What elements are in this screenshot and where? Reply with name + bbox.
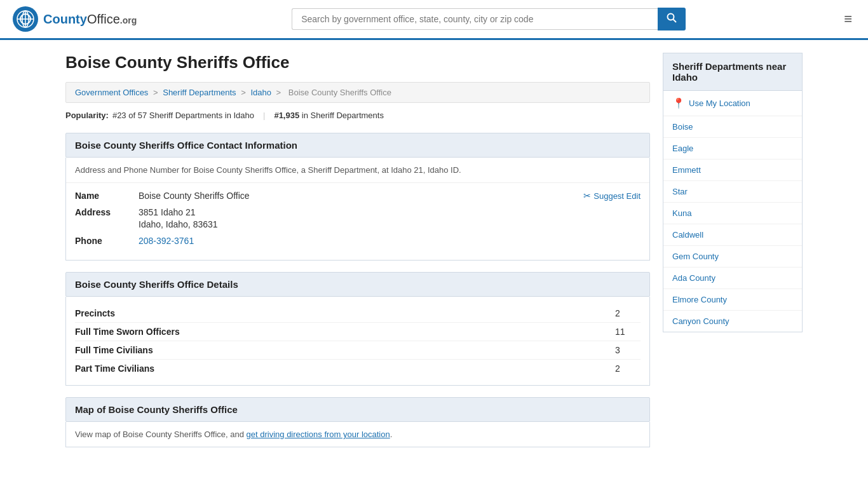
details-section-header: Boise County Sheriffs Office Details (65, 272, 650, 297)
popularity-label: Popularity: (65, 111, 109, 120)
contact-address-row: Address 3851 Idaho 21 Idaho, Idaho, 8363… (75, 207, 641, 229)
site-header: CountyOffice.org ≡ (0, 0, 868, 40)
contact-phone-row: Phone 208-392-3761 (75, 236, 641, 246)
contact-section: Boise County Sheriffs Office Contact Inf… (65, 133, 650, 261)
contact-section-box: Address and Phone Number for Boise Count… (65, 158, 650, 261)
details-row-label: Full Time Sworn Officers (75, 327, 615, 337)
sidebar-link[interactable]: Kuna (663, 203, 802, 224)
breadcrumb: Government Offices > Sheriff Departments… (65, 82, 650, 103)
map-description: View map of Boise County Sheriffs Office… (66, 422, 649, 447)
sidebar-link[interactable]: Eagle (663, 138, 802, 159)
details-row: Full Time Sworn Officers 11 (75, 323, 641, 341)
details-row-value: 3 (615, 345, 641, 355)
page-title: Boise County Sheriffs Office (65, 53, 650, 72)
use-location-link[interactable]: Use My Location (689, 98, 750, 108)
map-section: Map of Boise County Sheriffs Office View… (65, 397, 650, 447)
details-row: Precincts 2 (75, 304, 641, 323)
details-row-value: 2 (615, 363, 641, 374)
suggest-edit-icon: ✂ (583, 191, 591, 201)
content-area: Boise County Sheriffs Office Government … (65, 53, 650, 459)
breadcrumb-gov-offices[interactable]: Government Offices (75, 88, 148, 97)
details-row-label: Precincts (75, 308, 615, 318)
svg-line-6 (674, 20, 677, 23)
popularity-national-rank: #1,935 in Sheriff Departments (274, 111, 384, 120)
sidebar-link[interactable]: Emmett (663, 159, 802, 181)
sidebar-link[interactable]: Caldwell (663, 224, 802, 246)
map-section-box: View map of Boise County Sheriffs Office… (65, 422, 650, 447)
search-button[interactable] (658, 8, 686, 30)
driving-directions-link[interactable]: get driving directions from your locatio… (247, 430, 390, 439)
contact-address-label: Address (75, 207, 139, 217)
popularity-local-rank: #23 of 57 Sheriff Departments in Idaho (112, 111, 254, 120)
contact-section-header: Boise County Sheriffs Office Contact Inf… (65, 133, 650, 158)
use-my-location[interactable]: 📍 Use My Location (663, 91, 802, 116)
main-container: Boise County Sheriffs Office Government … (53, 40, 815, 471)
contact-name-label: Name (75, 191, 139, 201)
details-row-value: 2 (615, 308, 641, 318)
phone-link[interactable]: 208-392-3761 (139, 236, 194, 246)
sidebar-link[interactable]: Boise (663, 116, 802, 138)
map-section-header: Map of Boise County Sheriffs Office (65, 397, 650, 422)
search-area (292, 8, 686, 30)
logo: CountyOffice.org (13, 6, 137, 32)
contact-phone-label: Phone (75, 236, 139, 246)
sidebar-list: 📍 Use My Location BoiseEagleEmmettStarKu… (663, 91, 803, 332)
details-grid: Precincts 2 Full Time Sworn Officers 11 … (66, 297, 649, 385)
details-row-value: 11 (615, 327, 641, 337)
details-row: Part Time Civilians 2 (75, 360, 641, 377)
logo-text: CountyOffice.org (43, 12, 137, 27)
search-input[interactable] (292, 8, 658, 30)
sidebar-header: Sheriff Departments near Idaho (663, 53, 803, 91)
sidebar-link[interactable]: Star (663, 181, 802, 203)
menu-button[interactable]: ≡ (841, 8, 855, 30)
svg-point-5 (668, 14, 674, 20)
breadcrumb-sheriff-depts[interactable]: Sheriff Departments (163, 88, 236, 97)
sidebar: Sheriff Departments near Idaho 📍 Use My … (663, 53, 803, 459)
popularity-row: Popularity: #23 of 57 Sheriff Department… (65, 111, 650, 120)
logo-icon (13, 6, 38, 32)
sidebar-link[interactable]: Elmore County (663, 289, 802, 311)
contact-description: Address and Phone Number for Boise Count… (66, 158, 649, 183)
suggest-edit-label: Suggest Edit (593, 191, 641, 201)
details-section: Boise County Sheriffs Office Details Pre… (65, 272, 650, 386)
breadcrumb-idaho[interactable]: Idaho (250, 88, 271, 97)
details-row-label: Full Time Civilians (75, 345, 615, 355)
sidebar-link[interactable]: Canyon County (663, 311, 802, 332)
details-row: Full Time Civilians 3 (75, 341, 641, 360)
breadcrumb-current: Boise County Sheriffs Office (288, 88, 391, 97)
contact-name-row: Name Boise County Sheriffs Office ✂ Sugg… (75, 191, 641, 201)
contact-address-value: 3851 Idaho 21 Idaho, Idaho, 83631 (139, 207, 641, 229)
suggest-edit-link[interactable]: ✂ Suggest Edit (583, 191, 641, 201)
contact-grid: Name Boise County Sheriffs Office ✂ Sugg… (66, 183, 649, 260)
sidebar-link[interactable]: Gem County (663, 246, 802, 268)
pin-icon: 📍 (672, 97, 685, 109)
sidebar-link[interactable]: Ada County (663, 268, 802, 289)
details-row-label: Part Time Civilians (75, 363, 615, 374)
contact-name-value: Boise County Sheriffs Office (139, 191, 583, 201)
details-section-box: Precincts 2 Full Time Sworn Officers 11 … (65, 297, 650, 386)
contact-phone-value: 208-392-3761 (139, 236, 641, 246)
